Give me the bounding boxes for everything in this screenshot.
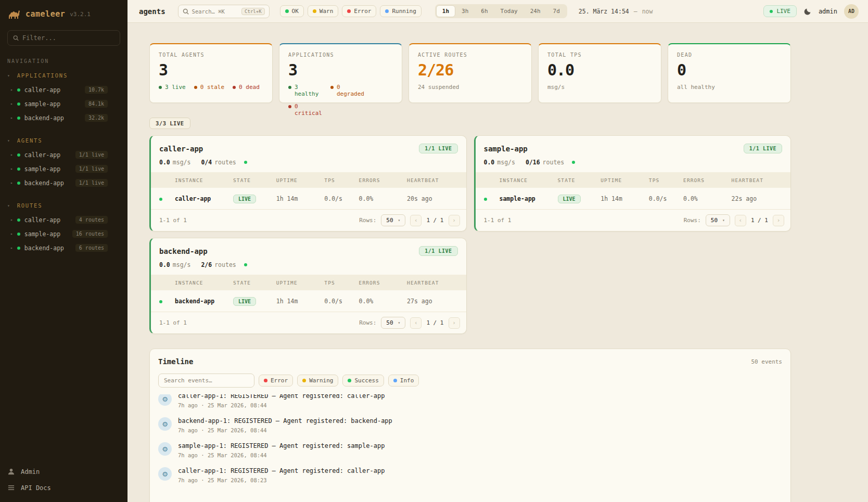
table-header: INSTANCE STATE UPTIME TPS ERRORS HEARTBE…	[151, 275, 466, 290]
app-version: v3.2.1	[70, 11, 91, 18]
range-button-1h[interactable]: 1h	[436, 5, 455, 17]
range-button-today[interactable]: Today	[494, 5, 524, 17]
shortcut-badge: Ctrl+K	[241, 8, 265, 15]
stat-details: 3 healthy 0 degraded 0 critical	[288, 84, 393, 117]
section-header-applications[interactable]: ▾ APPLICATIONS	[0, 70, 127, 83]
section-header-agents[interactable]: ▾ AGENTS	[0, 135, 127, 148]
sidebar-filter	[7, 30, 120, 46]
theme-toggle[interactable]	[803, 7, 812, 16]
next-page-button[interactable]: ›	[773, 215, 784, 226]
next-page-button[interactable]: ›	[449, 215, 460, 226]
sidebar-item-badge: 16 routes	[72, 230, 108, 238]
sidebar-item-app-backend-app[interactable]: ▸ backend-app 32.2k	[0, 111, 127, 125]
sidebar-item-admin[interactable]: Admin	[7, 468, 120, 475]
topbar: agents Ctrl+K OK Warn Error Running 1h 3…	[127, 0, 868, 23]
warning-dot	[302, 379, 306, 382]
chevron-right-icon: ▸	[10, 217, 13, 222]
timeline-title: Timeline	[158, 357, 193, 366]
avatar[interactable]: AD	[844, 4, 859, 19]
stat-label: ACTIVE ROUTES	[418, 52, 522, 58]
timeline-search-input[interactable]	[158, 374, 254, 388]
success-dot	[348, 379, 351, 382]
table-header: INSTANCE STATE UPTIME TPS ERRORS HEARTBE…	[476, 172, 791, 188]
timeline-chip-success[interactable]: Success	[342, 375, 384, 387]
sidebar-item-agent-caller-app[interactable]: ▸ caller-app 1/1 live	[0, 148, 127, 162]
range-button-24h[interactable]: 24h	[524, 5, 547, 17]
prev-page-button[interactable]: ‹	[735, 215, 746, 226]
rows-per-page-select[interactable]: 50▾	[381, 214, 405, 226]
filter-chip-running[interactable]: Running	[380, 5, 421, 17]
row-count: 1-1 of 1	[484, 217, 512, 224]
stat-card-applications: APPLICATIONS 3 3 healthy 0 degraded 0 cr…	[279, 43, 402, 103]
timeline-event[interactable]: ⚙ caller-app-1: REGISTERED — Agent regis…	[158, 463, 782, 488]
sidebar-item-label: sample-app	[24, 230, 60, 238]
gear-icon: ⚙	[158, 394, 172, 406]
timeline-event[interactable]: ⚙ sample-app-1: REGISTERED — Agent regis…	[158, 438, 782, 463]
error-dot	[347, 9, 351, 13]
prev-page-button[interactable]: ‹	[410, 317, 422, 329]
prev-page-button[interactable]: ‹	[410, 215, 422, 226]
filter-chip-error[interactable]: Error	[342, 5, 376, 17]
range-button-3h[interactable]: 3h	[455, 5, 475, 17]
event-meta: 7h ago · 25 Mar 2026, 08:44	[178, 427, 392, 433]
rows-label: Rows:	[359, 217, 376, 224]
filter-chip-warn[interactable]: Warn	[308, 5, 339, 17]
table-row[interactable]: sample-app LIVE 1h 14m 0.0/s 0.0% 22s ag…	[476, 188, 791, 209]
sidebar-item-routes-sample-app[interactable]: ▸ sample-app 16 routes	[0, 227, 127, 241]
rows-per-page-select[interactable]: 50▾	[706, 214, 730, 226]
stat-details: msg/s	[547, 84, 652, 91]
status-filter-chips: OK Warn Error Running	[280, 5, 422, 17]
timeline-chip-error[interactable]: Error	[259, 375, 293, 387]
app-stats: 0.0msg/s 0/16routes	[476, 158, 791, 172]
app-card-title: caller-app	[159, 145, 203, 153]
sidebar-item-label: backend-app	[24, 179, 64, 187]
sidebar-item-api-docs[interactable]: API Docs	[7, 484, 120, 492]
status-dot	[17, 88, 20, 92]
timeline-event-count: 50 events	[751, 358, 782, 365]
stat-label: APPLICATIONS	[288, 52, 393, 58]
logo[interactable]: cameleer v3.2.1	[0, 0, 127, 30]
chevron-right-icon: ▸	[10, 152, 13, 157]
global-search-input[interactable]	[192, 8, 237, 15]
search-icon	[13, 35, 19, 41]
chevron-down-icon: ▾	[398, 218, 401, 223]
timeline-event[interactable]: ⚙ backend-app-1: REGISTERED — Agent regi…	[158, 413, 782, 438]
chevron-right-icon: ▸	[10, 166, 13, 171]
sidebar-item-agent-sample-app[interactable]: ▸ sample-app 1/1 live	[0, 162, 127, 176]
sidebar-item-app-sample-app[interactable]: ▸ sample-app 84.1k	[0, 97, 127, 111]
table-row[interactable]: backend-app LIVE 1h 14m 0.0/s 0.0% 27s a…	[151, 290, 466, 312]
event-title: caller-app-1: REGISTERED — Agent registe…	[178, 394, 385, 400]
timeline-filters: Error Warning Success Info	[158, 374, 782, 388]
apps-grid: caller-app 1/1 LIVE 0.0msg/s 0/4routes I…	[149, 135, 791, 334]
sidebar-item-routes-caller-app[interactable]: ▸ caller-app 4 routes	[0, 213, 127, 227]
instance-status-dot	[159, 198, 162, 201]
sidebar-item-app-caller-app[interactable]: ▸ caller-app 10.7k	[0, 83, 127, 97]
filter-chip-ok[interactable]: OK	[280, 5, 304, 17]
instance-status-dot	[484, 198, 487, 201]
app-name: cameleer	[25, 9, 65, 19]
table-footer: 1-1 of 1 Rows: 50▾ ‹ 1 / 1 ›	[151, 312, 466, 333]
stats-row: TOTAL AGENTS 3 3 live 0 stale 0 dead APP…	[149, 43, 791, 103]
range-button-7d[interactable]: 7d	[547, 5, 566, 17]
table-row[interactable]: caller-app LIVE 1h 14m 0.0/s 0.0% 20s ag…	[151, 188, 466, 209]
next-page-button[interactable]: ›	[449, 317, 460, 329]
page-title: agents	[139, 7, 165, 16]
timeline-chip-info[interactable]: Info	[388, 375, 419, 387]
live-status-badge: LIVE	[763, 5, 797, 17]
page-indicator: 1 / 1	[426, 217, 443, 224]
sidebar-item-label: backend-app	[24, 114, 64, 122]
range-button-6h[interactable]: 6h	[475, 5, 494, 17]
timeline-chip-warning[interactable]: Warning	[297, 375, 338, 387]
timeline-events[interactable]: ⚙ caller-app-1: REGISTERED — Agent regis…	[158, 394, 782, 502]
content: TOTAL AGENTS 3 3 live 0 stale 0 dead APP…	[127, 23, 868, 502]
rows-per-page-select[interactable]: 50▾	[381, 317, 405, 329]
camel-logo-icon	[7, 8, 21, 20]
status-dot	[17, 102, 20, 106]
section-header-routes[interactable]: ▾ ROUTES	[0, 200, 127, 213]
sidebar-item-routes-backend-app[interactable]: ▸ backend-app 6 routes	[0, 241, 127, 255]
event-title: sample-app-1: REGISTERED — Agent registe…	[178, 442, 385, 449]
sidebar-item-agent-backend-app[interactable]: ▸ backend-app 1/1 live	[0, 176, 127, 190]
timeline-event[interactable]: ⚙ caller-app-1: REGISTERED — Agent regis…	[158, 394, 782, 413]
sidebar-filter-input[interactable]	[22, 34, 114, 42]
navigation-label: NAVIGATION	[0, 58, 127, 70]
